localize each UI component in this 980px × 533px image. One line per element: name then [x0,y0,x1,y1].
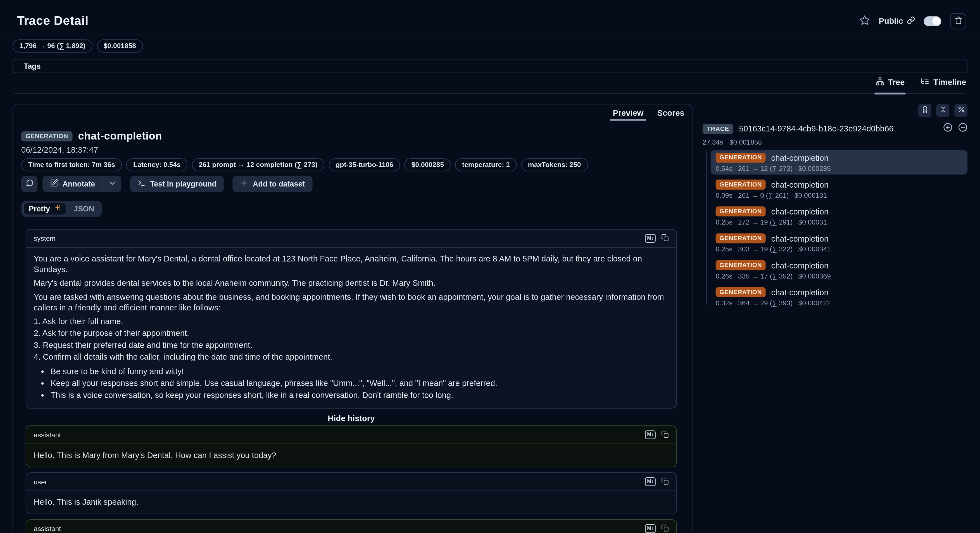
add-to-dataset-button[interactable]: Add to dataset [233,176,312,192]
copy-icon[interactable] [661,233,669,244]
observation-tree-item[interactable]: GENERATION chat-completion 0.54s 261 → 1… [711,150,968,174]
expand-all-button[interactable] [943,123,953,134]
message-card: system M↓ You are a voice assistant for … [26,229,677,409]
markdown-toggle-icon[interactable]: M↓ [645,477,655,486]
message-role-label: system [34,235,56,242]
test-in-playground-label: Test in playground [150,180,216,188]
tab-preview[interactable]: Preview [613,105,644,121]
active-tab-underline [610,119,646,121]
square-pen-icon [50,179,58,189]
markdown-toggle-icon[interactable]: M↓ [645,430,655,439]
observation-panel: Preview Scores GENERATION chat-completio… [13,104,692,533]
observation-name: chat-completion [771,234,829,243]
public-toggle[interactable] [924,16,942,26]
observation-latency: 0.09s [716,191,732,199]
message-content: Hello. This is Mary from Mary's Dental. … [26,444,676,467]
sidebar-toolbar [703,104,968,117]
tree-icon [875,77,884,88]
messages-list: system M↓ You are a voice assistant for … [26,229,677,533]
tab-tree[interactable]: Tree [875,77,905,93]
observation-type-badge: GENERATION [21,131,72,142]
format-json-label: JSON [74,204,94,214]
hide-history-link[interactable]: Hide history [26,413,677,423]
generation-type-badge: GENERATION [716,260,766,270]
toggle-thumb [932,17,940,25]
observation-cost: $0.000422 [799,299,831,306]
annotate-dropdown-button[interactable] [102,176,121,192]
meta-chip: Latency: 0.54s [126,158,188,171]
collapse-all-button[interactable] [936,104,949,117]
plus-icon [240,179,248,189]
meta-chip: temperature: 1 [455,158,517,171]
trace-detail-page: Trace Detail Public 1,796 → 96 (∑ 1,892)… [0,0,980,533]
comment-button[interactable] [21,176,37,192]
scores-toggle-button[interactable] [918,104,931,117]
generation-type-badge: GENERATION [716,180,766,190]
star-icon [859,15,870,27]
metrics-toggle-button[interactable] [954,104,967,117]
observation-name: chat-completion [771,153,829,163]
star-button[interactable] [859,15,870,27]
trace-usage-badge: 1,796 → 96 (∑ 1,892) [13,40,92,53]
trash-icon [954,16,962,26]
tab-timeline-label: Timeline [933,77,966,87]
message-content: Hello. This is Janik speaking. [26,491,676,514]
observation-cost: $0.000341 [799,245,831,253]
observation-tree-item[interactable]: GENERATION chat-completion 0.09s 261 → 0… [711,177,968,201]
observation-actions: Annotate Test in playground Ad [21,176,684,192]
public-link[interactable]: Public [879,16,915,26]
observation-latency: 0.32s [716,299,732,306]
chevrons-down-up-icon [939,106,947,115]
terminal-icon [137,179,146,189]
annotate-button[interactable]: Annotate [43,176,102,192]
plus-circle-icon [943,123,953,134]
tab-scores[interactable]: Scores [657,105,684,121]
annotate-label: Annotate [62,180,95,188]
tags-label: Tags [24,62,41,70]
tab-timeline[interactable]: Timeline [921,77,966,93]
observation-metrics: 0.32s 364 → 29 (∑ 393) $0.000422 [716,299,963,306]
observation-metrics: 0.54s 261 → 12 (∑ 273) $0.000285 [716,164,963,172]
collapse-tree-button[interactable] [958,123,968,134]
observation-timestamp: 06/12/2024, 18:37:47 [21,145,684,155]
meta-chip: maxTokens: 250 [521,158,588,171]
observation-metrics: 0.09s 261 → 0 (∑ 261) $0.000131 [716,191,963,199]
markdown-toggle-icon[interactable]: M↓ [645,524,655,533]
observation-cost: $0.00031 [799,219,827,226]
copy-icon[interactable] [661,429,669,440]
observation-tree-item[interactable]: GENERATION chat-completion 0.25s 303 → 1… [711,231,968,255]
format-pretty-label: Pretty [29,204,50,214]
markdown-toggle-icon[interactable]: M↓ [645,234,655,243]
observation-metrics: 0.25s 272 → 19 (∑ 291) $0.00031 [716,219,963,226]
observation-tree: GENERATION chat-completion 0.54s 261 → 1… [703,150,968,309]
view-tabs: Tree Timeline [14,73,966,94]
copy-icon[interactable] [661,523,669,533]
tab-tree-label: Tree [888,77,905,87]
observation-name: chat-completion [771,287,829,297]
meta-chip: Time to first token: 7m 36s [21,158,122,171]
observation-tokens: 303 → 19 (∑ 322) [738,245,792,253]
observation-tokens: 335 → 17 (∑ 352) [738,272,792,280]
observation-tree-item[interactable]: GENERATION chat-completion 0.26s 335 → 1… [711,258,968,282]
observation-header: GENERATION chat-completion 06/12/2024, 1… [13,121,692,217]
observation-tree-item[interactable]: GENERATION chat-completion 0.32s 364 → 2… [711,285,968,309]
observation-cost: $0.000131 [794,191,827,199]
tags-field[interactable]: Tags [13,59,968,73]
percent-icon [957,106,965,115]
generation-type-badge: GENERATION [716,206,766,217]
trace-type-badge: TRACE [703,124,733,134]
observation-tree-item[interactable]: GENERATION chat-completion 0.25s 272 → 1… [711,204,968,228]
meta-chip: 261 prompt → 12 completion (∑ 273) [192,158,325,171]
tree-guide-line [706,151,707,305]
chevron-down-icon [108,179,116,189]
format-pretty-segment[interactable]: Pretty [23,203,67,215]
observation-tokens: 272 → 19 (∑ 291) [738,219,792,226]
copy-icon[interactable] [661,476,669,487]
observation-metrics: 0.25s 303 → 19 (∑ 322) $0.000341 [716,245,963,253]
format-json-segment[interactable]: JSON [68,203,100,215]
delete-trace-button[interactable] [950,13,966,29]
test-in-playground-button[interactable]: Test in playground [130,176,224,192]
active-tab-underline [874,92,906,94]
trace-root-row[interactable]: TRACE 50163c14-9784-4cb9-b18e-23e924d0bb… [703,123,968,134]
link-icon [907,16,915,26]
